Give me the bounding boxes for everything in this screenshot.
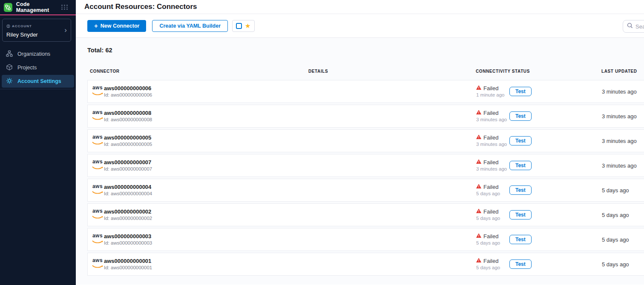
gear-icon	[6, 77, 13, 86]
table-header: CONNECTOR DETAILS CONNECTIVITY STATUS LA…	[87, 69, 644, 74]
connectivity-status-cell: Failed 5 days ago	[476, 208, 500, 222]
last-updated: 5 days ago	[602, 237, 629, 243]
page-header: Account Resources: Connectors	[76, 0, 644, 14]
main-area: Account Resources: Connectors + New Conn…	[76, 0, 644, 285]
aws-icon: aws	[92, 135, 104, 147]
total-count: Total: 62	[87, 47, 644, 54]
test-button[interactable]: Test	[509, 210, 532, 219]
aws-icon: aws	[92, 234, 104, 245]
table-row[interactable]: aws aws000000000008 Id: aws000000000008 …	[87, 105, 644, 128]
sidebar-item-organizations[interactable]: Organizations	[2, 48, 74, 60]
connector-name: aws000000000003	[104, 233, 152, 240]
connectivity-status-cell: Failed 5 days ago	[476, 184, 500, 197]
test-button[interactable]: Test	[509, 235, 532, 244]
status-time: 3 minutes ago	[476, 141, 507, 148]
connector-name: aws000000000001	[104, 258, 152, 265]
connectivity-status-cell: Failed 5 days ago	[476, 258, 500, 271]
table-row[interactable]: aws aws000000000005 Id: aws000000000005 …	[87, 129, 644, 152]
test-button[interactable]: Test	[509, 259, 532, 269]
sidebar: Code Management ACCOUNT Riley Snyder › O…	[0, 0, 76, 285]
brand-row: Code Management	[0, 0, 76, 14]
connector-name: aws000000000004	[104, 184, 152, 191]
page-title: Account Resources: Connectors	[84, 3, 197, 11]
module-grid-icon[interactable]	[61, 5, 68, 10]
connectivity-status-cell: Failed 5 days ago	[476, 233, 500, 246]
sidebar-item-label: Organizations	[17, 51, 50, 57]
column-header-details: DETAILS	[308, 69, 328, 74]
aws-icon: aws	[92, 258, 104, 270]
test-button[interactable]: Test	[509, 185, 532, 195]
table-row[interactable]: aws aws000000000007 Id: aws000000000007 …	[87, 154, 644, 177]
last-updated: 3 minutes ago	[602, 162, 637, 169]
last-updated: 3 minutes ago	[602, 138, 637, 144]
error-triangle-icon	[476, 110, 481, 116]
connectivity-status-cell: Failed 3 minutes ago	[476, 110, 507, 123]
table-row[interactable]: aws aws000000000004 Id: aws000000000004 …	[87, 179, 644, 202]
search-icon	[627, 23, 633, 30]
account-selector[interactable]: ACCOUNT Riley Snyder ›	[2, 19, 71, 42]
connector-id: Id: aws000000000004	[104, 191, 152, 197]
error-triangle-icon	[476, 159, 481, 165]
sidebar-item-projects[interactable]: Projects	[2, 61, 74, 74]
status-time: 3 minutes ago	[476, 117, 507, 123]
account-name: Riley Snyder	[6, 31, 67, 38]
last-updated: 5 days ago	[602, 261, 629, 268]
sidebar-item-account-settings[interactable]: Account Settings	[2, 75, 74, 88]
sidebar-item-label: Projects	[17, 65, 37, 71]
yaml-builder-button[interactable]: Create via YAML Builder	[152, 20, 228, 32]
new-connector-button[interactable]: + New Connector	[87, 20, 146, 32]
status-time: 3 minutes ago	[476, 166, 507, 172]
status-text: Failed	[483, 233, 498, 239]
table-row[interactable]: aws aws000000000002 Id: aws000000000002 …	[87, 203, 644, 226]
toolbar: + New Connector Create via YAML Builder …	[76, 14, 644, 38]
connector-name-cell: aws000000000004 Id: aws000000000004	[104, 184, 152, 197]
connector-name-cell: aws000000000001 Id: aws000000000001	[104, 258, 152, 271]
connector-id: Id: aws000000000007	[104, 166, 152, 172]
aws-icon: aws	[92, 184, 104, 196]
test-button[interactable]: Test	[509, 87, 532, 96]
connector-id: Id: aws000000000008	[104, 117, 152, 123]
connector-name: aws000000000005	[104, 134, 152, 141]
favorites-checkbox[interactable]	[236, 23, 242, 29]
error-triangle-icon	[476, 233, 481, 239]
table-row[interactable]: aws aws000000000006 Id: aws000000000006 …	[87, 80, 644, 103]
plus-icon: +	[94, 22, 98, 29]
star-icon[interactable]: ★	[245, 23, 250, 29]
code-management-logo-icon[interactable]	[4, 3, 12, 12]
test-button[interactable]: Test	[509, 111, 532, 121]
connectivity-status-cell: Failed 1 minute ago	[476, 85, 505, 98]
connector-id: Id: aws000000000006	[104, 92, 152, 98]
search-input[interactable]	[635, 23, 644, 30]
test-button[interactable]: Test	[509, 136, 532, 145]
connector-name: aws000000000002	[104, 208, 152, 215]
last-updated: 5 days ago	[602, 212, 629, 218]
status-text: Failed	[483, 208, 498, 215]
test-button[interactable]: Test	[509, 161, 532, 170]
connector-name-cell: aws000000000003 Id: aws000000000003	[104, 233, 152, 246]
aws-icon: aws	[92, 86, 104, 97]
status-text: Failed	[483, 110, 498, 116]
chevron-right-icon: ›	[64, 26, 67, 34]
connector-id: Id: aws000000000005	[104, 141, 152, 148]
organizations-icon	[6, 50, 13, 58]
connector-name-cell: aws000000000007 Id: aws000000000007	[104, 159, 152, 172]
column-header-last-updated: LAST UPDATED	[601, 69, 637, 74]
sidebar-item-label: Account Settings	[17, 78, 61, 84]
brand-divider	[0, 14, 76, 15]
sidebar-nav: Organizations Projects Account Settings	[0, 48, 76, 89]
connectivity-status-cell: Failed 3 minutes ago	[476, 134, 507, 148]
last-updated: 3 minutes ago	[602, 113, 637, 120]
table-row[interactable]: aws aws000000000003 Id: aws000000000003 …	[87, 228, 644, 251]
search-box	[623, 20, 644, 33]
table-row[interactable]: aws aws000000000001 Id: aws000000000001 …	[87, 253, 644, 276]
connector-id: Id: aws000000000002	[104, 215, 152, 222]
connector-name-cell: aws000000000002 Id: aws000000000002	[104, 208, 152, 222]
error-triangle-icon	[476, 208, 481, 215]
connector-name: aws000000000006	[104, 85, 152, 92]
error-triangle-icon	[476, 134, 481, 141]
column-header-connector: CONNECTOR	[90, 69, 120, 74]
column-header-connectivity-status: CONNECTIVITY STATUS	[476, 69, 530, 74]
rows: aws aws000000000006 Id: aws000000000006 …	[87, 80, 644, 276]
error-triangle-icon	[476, 184, 481, 190]
status-text: Failed	[483, 258, 498, 264]
